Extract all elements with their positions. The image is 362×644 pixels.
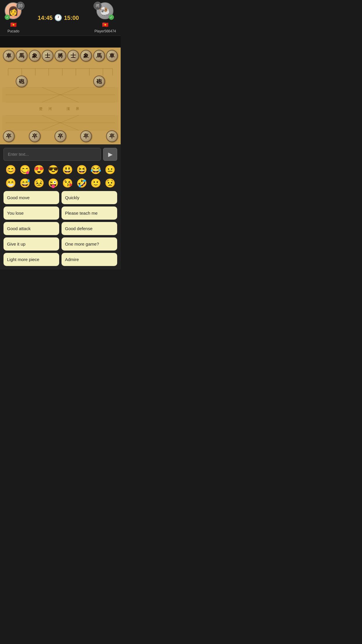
emoji-3[interactable]: 😎	[47, 164, 60, 175]
empty-3-4	[55, 76, 66, 87]
empty-sol-5	[67, 130, 79, 142]
emoji-4[interactable]: 😃	[61, 164, 74, 175]
emoji-0[interactable]: 😊	[4, 164, 17, 175]
chat-input[interactable]	[3, 148, 101, 161]
player1-avatar-wrap: 👩 ✓ 帥	[5, 2, 22, 20]
player2-timer: 15:00	[64, 15, 79, 21]
board-row-1: 車 馬 象 士 將 士 象 馬 車	[2, 50, 118, 62]
board-soldier-row: 卒 卒 卒 卒 卒	[2, 130, 118, 142]
empty-sol-3	[42, 130, 53, 142]
emoji-12[interactable]: 😘	[61, 178, 74, 189]
empty-3-8	[106, 76, 118, 87]
piece-0-4[interactable]: 將	[55, 50, 66, 62]
phrase-you-lose[interactable]: You lose	[3, 206, 59, 220]
player1-piece-badge: 帥	[16, 2, 24, 10]
timer-row: 14:45 🕐 15:00	[38, 14, 79, 22]
empty-sol-7	[93, 130, 105, 142]
empty-3-5	[67, 76, 79, 87]
emoji-7[interactable]: 😐	[103, 164, 117, 175]
phrase-one-more[interactable]: One more game?	[61, 237, 117, 251]
board-row-2	[2, 62, 118, 76]
piece-cannon-right[interactable]: 砲	[93, 76, 105, 87]
phrase-quickly[interactable]: Quickly	[61, 191, 117, 204]
phrase-give-up[interactable]: Give it up	[3, 237, 59, 251]
game-header: 👩 ✓ 帥 🇻🇳 Pucado 14:45 🕐 15:00 🐏 ✓ 將	[0, 0, 121, 36]
emoji-2[interactable]: 😍	[32, 164, 45, 175]
piece-soldier-2[interactable]: 卒	[29, 130, 41, 142]
chat-section: ▶ 😊 😋 😍 😎 😃 😆 😂 😐 😁 😅 😣 😜 😘 🤣 🙂 😟 Good m…	[0, 144, 121, 270]
phrase-light-piece[interactable]: Light more piece	[3, 253, 59, 266]
piece-cannon-left[interactable]: 砲	[16, 76, 27, 87]
board-palace-lines	[2, 87, 118, 102]
emoji-13[interactable]: 🤣	[75, 178, 88, 189]
player1-info: 👩 ✓ 帥 🇻🇳 Pucado	[5, 2, 22, 33]
emoji-9[interactable]: 😅	[18, 178, 31, 189]
piece-soldier-0[interactable]: 卒	[3, 130, 15, 142]
river: 楚 河 漢 界	[2, 102, 118, 115]
player2-info: 🐏 ✓ 將 🇻🇳 Player566474	[94, 2, 116, 33]
emoji-15[interactable]: 😟	[103, 178, 117, 189]
player1-piece-char: 帥	[18, 3, 23, 9]
phrase-grid: Good move Quickly You lose Please teach …	[3, 191, 117, 266]
player2-avatar-wrap: 🐏 ✓ 將	[96, 2, 114, 20]
emoji-1[interactable]: 😋	[18, 164, 31, 175]
piece-0-8[interactable]: 車	[106, 50, 118, 62]
player2-flag: 🇻🇳	[102, 22, 108, 28]
emoji-8[interactable]: 😁	[4, 178, 17, 189]
board-lines-row2	[2, 62, 118, 76]
clock-icon: 🕐	[54, 14, 62, 22]
player1-name: Pucado	[8, 29, 20, 33]
empty-sol-1	[16, 130, 27, 142]
board-bottom-palace-lines	[2, 115, 118, 130]
send-button[interactable]: ▶	[103, 148, 117, 161]
send-icon: ▶	[108, 151, 113, 158]
piece-0-5[interactable]: 士	[67, 50, 79, 62]
phrase-good-move[interactable]: Good move	[3, 191, 59, 204]
timer-section: 14:45 🕐 15:00	[38, 14, 79, 22]
player1-timer: 14:45	[38, 15, 52, 21]
phrase-please-teach[interactable]: Please teach me	[61, 206, 117, 220]
emoji-11[interactable]: 😜	[47, 178, 60, 189]
board-middle	[2, 87, 118, 102]
piece-0-0[interactable]: 車	[3, 50, 15, 62]
emoji-6[interactable]: 😂	[89, 164, 102, 175]
emoji-row-1: 😊 😋 😍 😎 😃 😆 😂 😐	[3, 164, 117, 175]
empty-3-3	[42, 76, 53, 87]
emoji-5[interactable]: 😆	[75, 164, 88, 175]
player1-check-badge: ✓	[5, 15, 10, 20]
piece-soldier-8[interactable]: 卒	[106, 130, 118, 142]
empty-3-6	[80, 76, 92, 87]
piece-0-6[interactable]: 象	[80, 50, 92, 62]
player2-piece-char: 將	[96, 3, 100, 8]
piece-0-1[interactable]: 馬	[16, 50, 27, 62]
player2-piece-badge: 將	[94, 2, 102, 10]
piece-0-3[interactable]: 士	[42, 50, 53, 62]
empty-3-2	[29, 76, 41, 87]
piece-0-2[interactable]: 象	[29, 50, 41, 62]
piece-0-7[interactable]: 馬	[93, 50, 105, 62]
board-bottom-middle	[2, 115, 118, 130]
chess-board: 車 馬 象 士 將 士 象 馬 車 砲 砲	[0, 48, 121, 144]
piece-soldier-6[interactable]: 卒	[80, 130, 92, 142]
empty-3-0	[3, 76, 15, 87]
emoji-14[interactable]: 🙂	[89, 178, 102, 189]
top-spacer	[0, 36, 121, 48]
player2-check-badge: ✓	[109, 15, 114, 20]
phrase-admire[interactable]: Admire	[61, 253, 117, 266]
piece-soldier-4[interactable]: 卒	[55, 130, 66, 142]
phrase-good-defense[interactable]: Good defense	[61, 222, 117, 235]
player2-name: Player566474	[94, 29, 116, 33]
emoji-row-2: 😁 😅 😣 😜 😘 🤣 🙂 😟	[3, 178, 117, 189]
board-row-3: 砲 砲	[2, 76, 118, 87]
phrase-good-attack[interactable]: Good attack	[3, 222, 59, 235]
player1-flag: 🇻🇳	[10, 22, 17, 28]
chat-input-row: ▶	[3, 148, 117, 161]
emoji-10[interactable]: 😣	[32, 178, 45, 189]
